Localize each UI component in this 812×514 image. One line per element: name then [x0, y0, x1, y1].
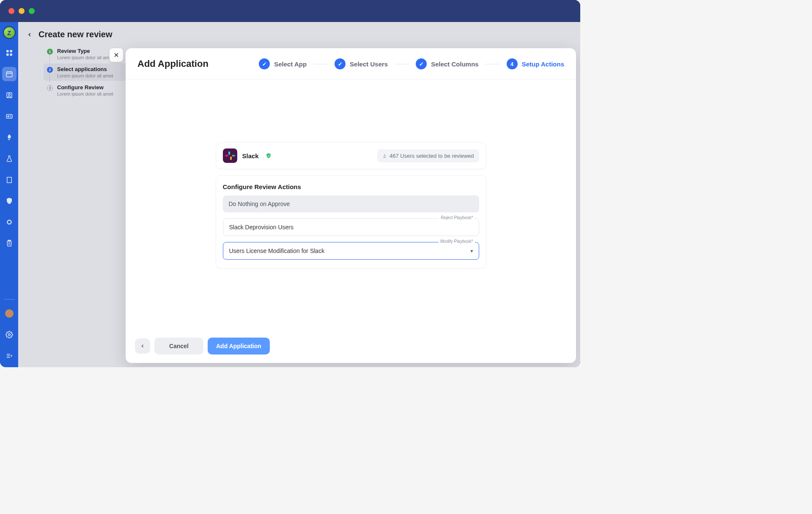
step-label: Select Users: [350, 60, 388, 68]
step-setup-actions[interactable]: 4 Setup Actions: [507, 58, 564, 69]
svg-rect-2: [6, 54, 8, 56]
selected-app-card: Slack 467 Users selected to be reviewed: [216, 142, 486, 169]
zoom-traffic-light[interactable]: [29, 8, 35, 14]
approve-action-readonly: Do Nothing on Approve: [223, 195, 479, 212]
nav-clipboard-icon[interactable]: [2, 236, 16, 250]
svg-point-9: [8, 93, 10, 96]
step-connector: [313, 64, 328, 64]
step-select-columns[interactable]: ✓ Select Columns: [416, 58, 479, 69]
config-title: Configure Review Actions: [223, 183, 479, 190]
svg-point-34: [8, 334, 10, 336]
user-icon: [382, 154, 387, 158]
step-badge-check-icon: ✓: [416, 58, 427, 69]
left-sidebar: Z: [0, 22, 18, 367]
main-area: Create new review 1 Review Type Lorem ip…: [18, 22, 580, 367]
app-name: Slack: [242, 152, 259, 159]
nav-flask-icon[interactable]: [2, 151, 16, 166]
step-badge-check-icon: ✓: [335, 58, 346, 69]
app-logo[interactable]: Z: [3, 26, 16, 39]
add-application-modal: Add Application ✓ Select App ✓ Select Us…: [126, 48, 576, 363]
nav-settings-icon[interactable]: [2, 327, 16, 342]
nav-collapse-icon[interactable]: [2, 349, 16, 363]
step-badge-number: 4: [507, 58, 518, 69]
modal-header: Add Application ✓ Select App ✓ Select Us…: [126, 48, 576, 80]
step-badge-check-icon: ✓: [259, 58, 270, 69]
configure-review-actions-card: Configure Review Actions Do Nothing on A…: [216, 175, 486, 269]
reject-legend: Reject Playbook*: [439, 215, 475, 220]
modify-playbook-select[interactable]: [223, 242, 479, 260]
app-window: Z: [0, 0, 580, 367]
users-selected-pill: 467 Users selected to be reviewed: [377, 149, 479, 162]
users-selected-text: 467 Users selected to be reviewed: [390, 153, 474, 159]
svg-point-11: [8, 116, 9, 117]
nav-id-icon[interactable]: [2, 109, 16, 124]
nav-rocket-icon[interactable]: [2, 130, 16, 145]
step-select-users[interactable]: ✓ Select Users: [335, 58, 388, 69]
svg-rect-1: [10, 50, 12, 52]
reject-playbook-input[interactable]: [223, 218, 479, 236]
nav-building-icon[interactable]: [2, 173, 16, 187]
reject-playbook-field-group: Reject Playbook*: [223, 218, 479, 236]
nav-contact-icon[interactable]: [2, 88, 16, 102]
content-stack: Slack 467 Users selected to be reviewed: [216, 142, 486, 269]
logo-letter: Z: [7, 29, 11, 36]
step-connector: [486, 64, 500, 64]
step-label: Setup Actions: [522, 60, 564, 68]
verified-shield-icon: [266, 153, 272, 159]
svg-rect-3: [10, 54, 12, 56]
cancel-button[interactable]: Cancel: [154, 338, 203, 355]
nav-avatar[interactable]: [2, 306, 16, 321]
slack-app-icon: [223, 148, 237, 163]
step-label: Select Columns: [431, 60, 479, 68]
sidebar-divider: [4, 299, 15, 300]
modal-stepper: ✓ Select App ✓ Select Users ✓ Select Col…: [259, 58, 564, 69]
body-row: Z: [0, 22, 580, 367]
nav-calendar-icon[interactable]: [2, 67, 16, 81]
svg-rect-14: [7, 177, 11, 183]
modify-playbook-field-group: Modify Playbook* ▼: [223, 242, 479, 260]
modal-body: Slack 467 Users selected to be reviewed: [126, 80, 576, 331]
svg-point-40: [384, 154, 386, 156]
back-button[interactable]: [135, 338, 150, 354]
step-label: Select App: [274, 60, 307, 68]
nav-chip-icon[interactable]: [2, 215, 16, 229]
modal-title: Add Application: [137, 58, 208, 69]
nav-shield-icon[interactable]: [2, 194, 16, 208]
svg-rect-21: [8, 220, 11, 224]
step-select-app[interactable]: ✓ Select App: [259, 58, 307, 69]
nav-dashboard-icon[interactable]: [2, 46, 16, 60]
modal-footer: Cancel Add Application: [126, 331, 576, 363]
mac-titlebar: [0, 0, 580, 22]
minimize-traffic-light[interactable]: [19, 8, 25, 14]
svg-rect-4: [6, 72, 12, 77]
modal-close-button[interactable]: [110, 48, 123, 62]
svg-rect-0: [6, 50, 8, 52]
add-application-button[interactable]: Add Application: [208, 338, 270, 355]
step-connector: [395, 64, 409, 64]
modify-legend: Modify Playbook*: [439, 239, 475, 244]
close-traffic-light[interactable]: [8, 8, 14, 14]
